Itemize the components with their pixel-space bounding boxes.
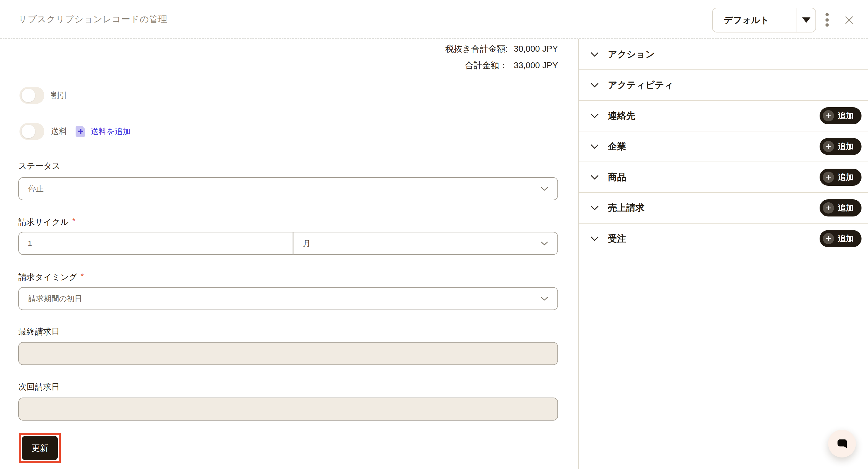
total-label: 合計金額： — [465, 60, 508, 71]
billing-timing-label: 請求タイミング* — [18, 271, 84, 283]
discount-toggle-row: 割引 — [20, 87, 67, 104]
add-contact-button[interactable]: 追加 — [819, 107, 862, 124]
section-row-companies[interactable]: 企業 追加 — [579, 131, 868, 162]
required-marker: * — [72, 216, 75, 225]
add-order-button[interactable]: 追加 — [819, 230, 862, 247]
required-marker: * — [81, 272, 84, 281]
total-row: 合計金額： 33,000 JPY — [465, 60, 558, 71]
section-row-contacts[interactable]: 連絡先 追加 — [579, 101, 868, 131]
section-row-actions[interactable]: アクション — [579, 39, 868, 70]
add-button-label: 追加 — [838, 111, 854, 121]
plus-circle-icon — [823, 202, 834, 213]
section-label: アクティビティ — [608, 79, 862, 91]
update-button[interactable]: 更新 — [22, 436, 58, 460]
add-button-label: 追加 — [838, 172, 854, 182]
add-shipping-link[interactable]: 送料を追加 — [91, 126, 131, 137]
shipping-toggle-row: 送料 送料を追加 — [20, 123, 131, 140]
section-label: アクション — [608, 48, 862, 61]
discount-toggle[interactable] — [20, 87, 44, 104]
kebab-dot — [826, 23, 829, 27]
add-button-label: 追加 — [838, 233, 854, 244]
plus-circle-icon — [823, 233, 834, 244]
chevron-down-icon — [590, 205, 599, 211]
plus-icon — [77, 128, 84, 135]
toggle-knob — [22, 125, 35, 138]
view-selector-dropdown[interactable]: デフォルト — [712, 8, 816, 32]
chevron-down-icon — [540, 186, 549, 192]
subscription-record-modal: サブスクリプションレコードの管理 デフォルト 税抜き合計金額: 30,000 J… — [0, 0, 868, 469]
related-records-panel: アクション アクティビティ 連絡先 追加 企業 — [578, 39, 868, 469]
subtotal-row: 税抜き合計金額: 30,000 JPY — [445, 43, 558, 55]
section-row-products[interactable]: 商品 追加 — [579, 162, 868, 193]
chevron-down-icon — [540, 241, 549, 246]
billing-timing-select[interactable]: 請求期間の初日 — [18, 287, 558, 310]
shipping-toggle[interactable] — [20, 123, 44, 140]
chevron-down-icon — [590, 144, 599, 149]
modal-header: サブスクリプションレコードの管理 デフォルト — [0, 0, 868, 39]
toggle-knob — [22, 89, 35, 102]
section-label: 連絡先 — [608, 110, 819, 122]
close-icon — [844, 15, 854, 25]
billing-cycle-label-text: 請求サイクル — [18, 217, 69, 227]
totals-summary: 税抜き合計金額: 30,000 JPY 合計金額： 33,000 JPY — [18, 43, 558, 71]
billing-timing-label-text: 請求タイミング — [18, 272, 77, 282]
subtotal-label: 税抜き合計金額: — [445, 43, 508, 55]
plus-circle-icon — [823, 141, 834, 152]
chevron-down-icon — [590, 236, 599, 241]
chevron-down-icon — [590, 82, 599, 88]
add-button-label: 追加 — [838, 203, 854, 213]
chevron-down-icon — [590, 113, 599, 118]
subtotal-value: 30,000 JPY — [514, 44, 558, 54]
page-title: サブスクリプションレコードの管理 — [18, 13, 167, 25]
billing-cycle-label: 請求サイクル* — [18, 215, 75, 227]
next-billing-date-label: 次回請求日 — [18, 382, 60, 392]
plus-circle-icon — [823, 172, 834, 183]
billing-cycle-count-input[interactable] — [18, 232, 293, 255]
add-company-button[interactable]: 追加 — [819, 138, 862, 155]
plus-circle-icon — [823, 110, 834, 121]
view-selector-value[interactable]: デフォルト — [713, 8, 797, 32]
chat-bubble-icon — [835, 437, 849, 450]
add-button-label: 追加 — [838, 141, 854, 152]
total-value: 33,000 JPY — [514, 61, 558, 70]
kebab-menu-button[interactable] — [824, 13, 830, 27]
discount-toggle-label: 割引 — [51, 90, 67, 101]
last-billing-date-label: 最終請求日 — [18, 326, 60, 337]
add-invoice-button[interactable]: 追加 — [819, 199, 862, 216]
kebab-dot — [826, 13, 829, 16]
section-label: 企業 — [608, 140, 819, 153]
section-label: 売上請求 — [608, 202, 819, 214]
close-button[interactable] — [843, 15, 855, 25]
section-label: 商品 — [608, 171, 819, 183]
view-selector-caret-button[interactable] — [797, 8, 815, 32]
kebab-dot — [826, 18, 829, 22]
chat-widget-button[interactable] — [828, 430, 856, 458]
section-row-invoices[interactable]: 売上請求 追加 — [579, 193, 868, 224]
billing-cycle-unit-select[interactable]: 月 — [293, 232, 558, 255]
section-row-orders[interactable]: 受注 追加 — [579, 224, 868, 254]
section-label: 受注 — [608, 232, 819, 245]
update-button-highlight: 更新 — [19, 433, 61, 463]
add-product-button[interactable]: 追加 — [819, 169, 862, 186]
billing-cycle-unit-value: 月 — [303, 238, 540, 249]
next-billing-date-input — [18, 398, 558, 420]
billing-timing-select-value: 請求期間の初日 — [28, 294, 540, 304]
status-label: ステータス — [18, 161, 61, 171]
status-select-value: 停止 — [28, 184, 540, 194]
status-select[interactable]: 停止 — [18, 177, 558, 200]
shipping-toggle-label: 送料 — [51, 126, 67, 137]
section-row-activity[interactable]: アクティビティ — [579, 70, 868, 101]
chevron-down-icon — [590, 175, 599, 180]
last-billing-date-input — [18, 342, 558, 365]
add-shipping-badge[interactable] — [75, 126, 85, 137]
chevron-down-icon — [540, 296, 549, 301]
caret-down-icon — [802, 18, 810, 23]
chevron-down-icon — [590, 52, 599, 57]
